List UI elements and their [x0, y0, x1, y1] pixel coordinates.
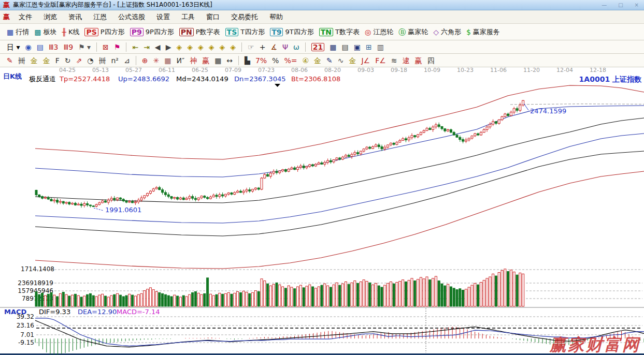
calendar-icon[interactable]: 21	[311, 43, 324, 51]
t-number-button[interactable]: TNT数字表	[319, 27, 360, 37]
crosshair-tool-icon[interactable]: +	[260, 43, 266, 51]
si-tool-icon[interactable]: 四	[427, 57, 435, 64]
maximize-button[interactable]: □	[616, 2, 625, 8]
angle-flag-icon[interactable]: ⊿	[124, 57, 130, 64]
dai-tool-icon[interactable]: 逮	[403, 57, 410, 64]
diamond-in-icon[interactable]: ◈	[209, 43, 214, 51]
p-number-button[interactable]: PNP数字表	[179, 27, 220, 37]
web-tool-icon[interactable]: ✳	[153, 57, 159, 64]
diamond-all-icon[interactable]: ◈	[230, 43, 236, 51]
gann-tool-purple-icon: Ψ	[282, 43, 288, 51]
knife-tool-icon[interactable]: ✎	[7, 57, 13, 64]
print-icon[interactable]: ▥	[377, 43, 384, 51]
info-clipboard-icon[interactable]: ▤	[37, 43, 44, 51]
winner-wheel-button[interactable]: Ⓑ赢家轮	[398, 27, 428, 37]
menu-item-0[interactable]: 文件	[13, 12, 38, 22]
hand-tool-icon[interactable]: ☞	[248, 43, 254, 51]
menu-item-9[interactable]: 帮助	[264, 12, 289, 22]
wave-line-icon[interactable]: ∿	[338, 57, 344, 64]
gold-line2-icon[interactable]: 金	[349, 57, 356, 64]
window-title: 赢家江恩专业版[赢家内部服务平台] - [上证指数 SH1A0001-163日K…	[13, 1, 212, 9]
ruler-comb-icon[interactable]: 卌	[98, 57, 106, 64]
percent-line-icon[interactable]: %=	[284, 57, 297, 64]
kline-button[interactable]: ╫K线	[62, 27, 79, 37]
menu-item-6[interactable]: 工具	[176, 12, 201, 22]
calculator-icon[interactable]: ▦	[330, 43, 336, 51]
t9-square-button[interactable]: T99T四方形	[270, 27, 314, 37]
comb-tool-icon[interactable]: 卌	[18, 57, 25, 64]
menu-item-5[interactable]: 设置	[151, 12, 176, 22]
step-forward-icon[interactable]: ▶	[166, 43, 171, 51]
step-back-icon[interactable]: ◀	[155, 43, 161, 51]
diamond-left-icon[interactable]: ◈	[176, 43, 182, 51]
ying-tool-icon[interactable]: 赢	[202, 57, 209, 64]
network-icon[interactable]: ⊞	[366, 43, 372, 51]
diamond-right-icon[interactable]: ◈	[187, 43, 193, 51]
rocket-tool-icon[interactable]: ⇗	[76, 57, 82, 64]
t-square-button[interactable]: TST四方形	[225, 27, 265, 37]
f-angle-icon[interactable]: F∠	[375, 57, 386, 64]
flag-dropdown-icon[interactable]: ⚑ ▾	[78, 43, 91, 51]
wave-mark-icon[interactable]: И″	[176, 57, 184, 64]
diamond-h-icon[interactable]: ◈	[198, 43, 204, 51]
gold-line-icon: 金	[314, 57, 321, 64]
diamond-v-icon[interactable]: ◈	[220, 43, 225, 51]
p9-square-button[interactable]: P99P四方形	[130, 27, 174, 37]
kline-period-label: 日K线	[3, 72, 22, 80]
j-angle-icon[interactable]: J∠	[361, 57, 370, 64]
gold-comb2-icon[interactable]: 金	[43, 57, 50, 64]
indicator-dropdown-icon[interactable]	[275, 84, 280, 87]
menu-item-8[interactable]: 交易委托	[225, 12, 264, 22]
spiral-tool-icon[interactable]: ↻	[65, 57, 71, 64]
gold-circle-icon[interactable]: ④	[302, 57, 309, 64]
measure-bars-icon[interactable]: ▙	[245, 57, 250, 64]
wave-tool-icon[interactable]: ω	[293, 43, 299, 51]
hexagon-button[interactable]: ◇六角形	[433, 27, 461, 37]
bars-3-icon[interactable]: Ⅲ3	[49, 43, 59, 51]
ying2-tool-icon[interactable]: 赢	[415, 57, 422, 64]
quotes-button[interactable]: ▦行情	[7, 27, 29, 37]
gann-tool-purple-icon[interactable]: Ψ	[282, 43, 288, 51]
svg-text:12-04: 12-04	[556, 67, 573, 73]
gold-comb-icon[interactable]: 金	[31, 57, 38, 64]
notes-icon[interactable]: ▤	[341, 43, 348, 51]
gold-line-icon[interactable]: 金	[314, 57, 321, 64]
winner-service-button[interactable]: $赢家服务	[466, 27, 500, 37]
brush-line-icon[interactable]: ✎	[326, 57, 333, 64]
p9-square-button: P9	[130, 28, 144, 36]
menu-item-3[interactable]: 江恩	[88, 12, 112, 22]
skip-start-icon[interactable]: ⇤	[132, 43, 138, 51]
channel-param-md: Md=2434.0149	[176, 75, 228, 83]
sectors-button[interactable]: ▩板块	[34, 27, 56, 37]
gann-wheel-button[interactable]: ◎江恩轮	[365, 27, 393, 37]
n2-tool-icon[interactable]: n²	[111, 57, 119, 64]
n2-tool-icon: n²	[111, 57, 119, 64]
colored-flag-icon[interactable]: ⚑	[114, 43, 121, 51]
clock-comb-icon[interactable]: ◔	[87, 57, 93, 64]
grid-123-icon[interactable]: ▦	[214, 57, 221, 64]
percent-7-icon[interactable]: 7%	[255, 57, 267, 64]
shen-tool-icon[interactable]: 神	[190, 57, 197, 64]
multi-line-icon[interactable]: ≋	[391, 57, 397, 64]
menu-item-1[interactable]: 浏览	[38, 12, 63, 22]
minimize-button[interactable]: —	[599, 2, 609, 8]
skip-end-icon[interactable]: ⇥	[144, 43, 150, 51]
period-day-dropdown[interactable]: 日 ▾	[7, 43, 20, 51]
menu-item-7[interactable]: 窗口	[201, 12, 225, 22]
bars-9-icon[interactable]: Ⅲ9	[64, 43, 74, 51]
multi-window-icon[interactable]: ◉	[25, 43, 31, 51]
save-icon[interactable]: ▣	[354, 43, 361, 51]
angle-measure-icon[interactable]: ∡	[270, 43, 277, 51]
kline-chart-canvas[interactable]: 04-2505-1305-2706-1106-2507-0907-2308-06…	[0, 67, 644, 355]
h-span-icon[interactable]: ↔	[226, 57, 233, 64]
target-tool-icon[interactable]: ⊕	[142, 57, 148, 64]
title-bar: 赢 赢家江恩专业版[赢家内部服务平台] - [上证指数 SH1A0001-163…	[0, 0, 644, 10]
menu-item-4[interactable]: 公式选股	[112, 12, 151, 22]
grid-target-icon[interactable]: ▦	[164, 57, 171, 64]
p-square-button[interactable]: PSP四方形	[84, 27, 124, 37]
close-button[interactable]: ×	[633, 2, 641, 8]
percent-icon[interactable]: %	[272, 57, 279, 64]
menu-item-2[interactable]: 资讯	[63, 12, 88, 22]
f-comb-icon[interactable]: F	[55, 57, 60, 64]
select-box-icon[interactable]: ⊠	[103, 43, 109, 51]
